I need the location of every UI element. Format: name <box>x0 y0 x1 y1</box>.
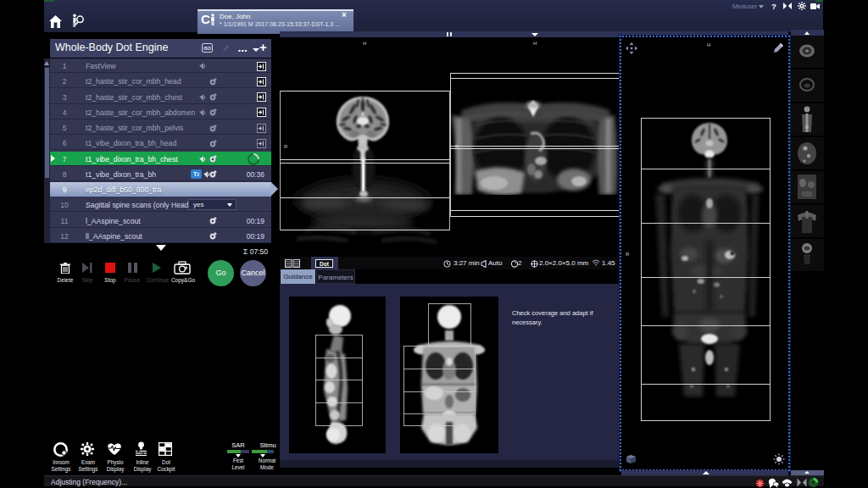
svg-text:H: H <box>363 41 366 46</box>
svg-text:R: R <box>284 144 288 149</box>
svg-text:H: H <box>533 41 537 46</box>
svg-text:R: R <box>626 252 630 257</box>
svg-text:R: R <box>455 144 459 149</box>
svg-text:H: H <box>707 42 710 47</box>
